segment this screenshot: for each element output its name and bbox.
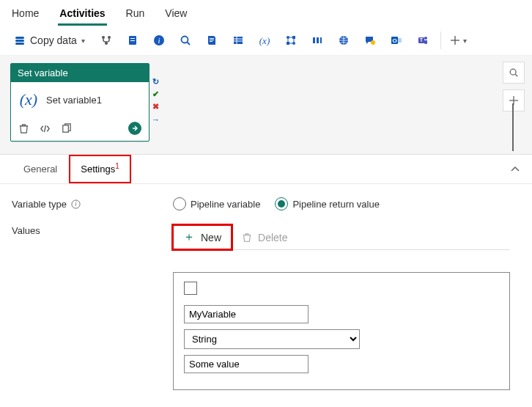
- toolbar: Copy data ▾ i (x) O T ▾: [0, 26, 532, 56]
- delete-icon[interactable]: [18, 123, 29, 134]
- copy-data-button[interactable]: Copy data ▾: [7, 31, 92, 50]
- tab-general[interactable]: General: [12, 156, 69, 182]
- value-checkbox[interactable]: [184, 282, 197, 295]
- node-type-label: Set variable: [11, 64, 149, 82]
- svg-rect-15: [210, 41, 213, 42]
- value-type-select[interactable]: String: [184, 329, 360, 349]
- svg-rect-0: [15, 37, 24, 39]
- svg-text:i: i: [158, 36, 160, 45]
- value-value-input[interactable]: [184, 355, 309, 373]
- svg-point-3: [102, 36, 105, 39]
- code-icon[interactable]: [40, 123, 51, 134]
- settings-panel: Variable type i Pipeline variable Pipeli…: [0, 184, 532, 407]
- variable-icon[interactable]: (x): [253, 30, 276, 51]
- svg-rect-24: [287, 42, 289, 45]
- port-loop-icon[interactable]: ↻: [150, 76, 161, 87]
- plus-icon: ＋: [183, 230, 195, 245]
- designer-canvas[interactable]: Set variable (x) Set variable1 ↻ ✔: [0, 56, 532, 155]
- node-name: Set variable1: [46, 95, 102, 106]
- svg-rect-26: [317, 37, 319, 43]
- properties-tabs: General Settings1: [0, 155, 532, 184]
- svg-text:(x): (x): [20, 91, 37, 109]
- delete-value-button[interactable]: Delete: [232, 227, 298, 248]
- new-value-button[interactable]: ＋ New: [173, 225, 232, 249]
- chevron-down-icon: ▾: [81, 37, 85, 45]
- nav-run[interactable]: Run: [125, 4, 147, 26]
- values-label: Values: [12, 225, 173, 236]
- svg-text:i: i: [75, 200, 77, 208]
- svg-line-42: [515, 74, 517, 76]
- activity-node-set-variable[interactable]: Set variable (x) Set variable1: [10, 63, 149, 142]
- nav-activities[interactable]: Activities: [58, 4, 106, 26]
- run-icon[interactable]: [128, 122, 141, 135]
- script-icon[interactable]: [200, 30, 223, 51]
- notebook-icon[interactable]: [121, 30, 144, 51]
- port-skip-icon[interactable]: →: [150, 114, 161, 125]
- svg-point-41: [510, 69, 516, 75]
- radio-pipeline-variable[interactable]: Pipeline variable: [173, 197, 260, 210]
- svg-rect-16: [234, 37, 243, 44]
- svg-rect-2: [15, 43, 24, 45]
- svg-text:O: O: [392, 37, 396, 44]
- value-editor-panel: String: [173, 272, 510, 390]
- variable-icon: (x): [18, 91, 39, 109]
- values-toolbar: ＋ New Delete: [173, 225, 510, 250]
- svg-rect-25: [313, 37, 315, 43]
- pipeline-icon[interactable]: [306, 30, 329, 51]
- svg-text:(x): (x): [259, 35, 270, 46]
- info-icon[interactable]: i: [71, 199, 81, 209]
- chevron-down-icon: ▾: [463, 37, 467, 45]
- copy-data-icon: [14, 34, 26, 46]
- port-fail-icon[interactable]: ✖: [150, 101, 161, 112]
- svg-rect-8: [130, 40, 135, 41]
- svg-text:T: T: [420, 37, 424, 43]
- svg-rect-14: [210, 40, 214, 40]
- branch-icon[interactable]: [95, 30, 118, 51]
- svg-rect-1: [15, 40, 24, 42]
- svg-rect-40: [63, 125, 69, 131]
- svg-point-29: [371, 40, 375, 45]
- canvas-handle[interactable]: [512, 103, 514, 151]
- variable-type-label: Variable type i: [12, 199, 173, 210]
- teams-icon[interactable]: T: [411, 30, 435, 51]
- svg-point-22: [292, 42, 295, 45]
- svg-rect-32: [398, 38, 402, 43]
- add-activity-button[interactable]: ▾: [447, 30, 470, 51]
- dataflow-icon[interactable]: [279, 30, 303, 51]
- variable-type-radio-group: Pipeline variable Pipeline return value: [173, 197, 380, 210]
- value-name-input[interactable]: [184, 305, 309, 323]
- node-ports: ↻ ✔ ✖ →: [150, 76, 161, 125]
- nav-view[interactable]: View: [163, 4, 188, 26]
- table-icon[interactable]: [226, 30, 250, 51]
- svg-point-35: [424, 37, 427, 40]
- outlook-icon[interactable]: O: [385, 30, 408, 51]
- web-icon[interactable]: [332, 30, 355, 51]
- nav-home[interactable]: Home: [10, 4, 40, 26]
- tab-badge: 1: [115, 162, 119, 170]
- svg-rect-7: [130, 38, 135, 39]
- canvas-add-button[interactable]: [503, 89, 525, 111]
- top-nav: Home Activities Run View: [0, 0, 532, 26]
- svg-point-4: [108, 36, 111, 39]
- delete-icon: [242, 232, 252, 243]
- port-success-icon[interactable]: ✔: [150, 89, 161, 100]
- svg-rect-27: [320, 37, 322, 43]
- info-icon[interactable]: i: [147, 30, 171, 51]
- svg-point-11: [181, 37, 188, 43]
- radio-pipeline-return-value[interactable]: Pipeline return value: [275, 197, 380, 210]
- tab-settings[interactable]: Settings1: [69, 155, 131, 183]
- chat-icon[interactable]: [358, 30, 382, 51]
- svg-rect-13: [210, 38, 214, 39]
- copy-icon[interactable]: [61, 123, 72, 134]
- search-icon[interactable]: [174, 30, 197, 51]
- svg-point-21: [287, 36, 289, 39]
- svg-rect-23: [292, 36, 295, 39]
- copy-data-label: Copy data: [30, 34, 77, 46]
- canvas-search-button[interactable]: [503, 62, 525, 84]
- collapse-panel-button[interactable]: [510, 166, 520, 173]
- svg-line-12: [187, 43, 190, 45]
